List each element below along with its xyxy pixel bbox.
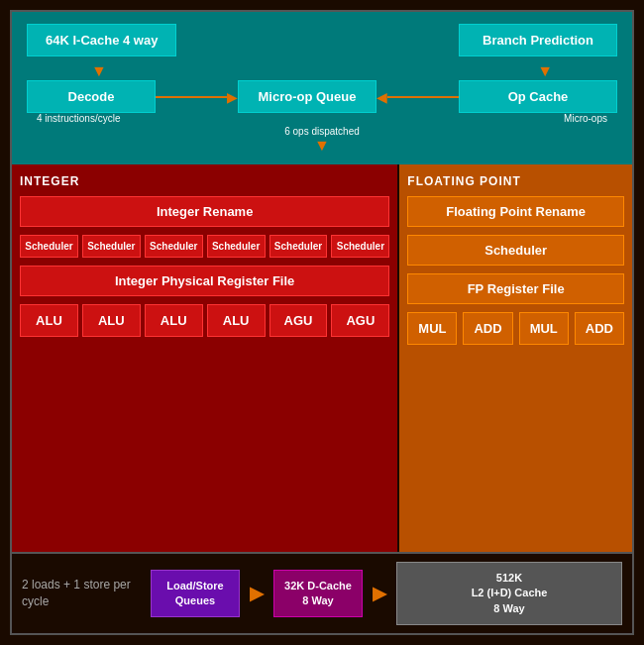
fp-add-1: ADD <box>463 312 512 345</box>
label-microops: Micro-ops <box>564 113 607 124</box>
alu-2: ALU <box>82 304 141 337</box>
bottom-section: 2 loads + 1 store per cycle Load/StoreQu… <box>12 552 632 633</box>
top-row2: Decode ▶ Micro-op Queue ◀ Op Cache <box>27 80 617 113</box>
decode-box: Decode <box>27 80 156 113</box>
integer-section: INTEGER Integer Rename Scheduler Schedul… <box>12 164 399 552</box>
fp-mul-2: MUL <box>519 312 569 345</box>
fp-mul-1: MUL <box>407 312 457 345</box>
agu-2: AGU <box>331 304 389 337</box>
scheduler-6: Scheduler <box>331 235 389 258</box>
arrow-loadstore-dcache: ▶ <box>250 583 264 604</box>
main-container: 64K I-Cache 4 way Branch Prediction ▼ ▼ … <box>10 10 634 635</box>
scheduler-4: Scheduler <box>207 235 266 258</box>
fp-add-2: ADD <box>575 312 624 345</box>
arrow-branch-down: ▼ <box>537 62 553 80</box>
arrow-dcache-l2: ▶ <box>373 583 386 604</box>
scheduler-3: Scheduler <box>145 235 203 258</box>
l2cache-box: 512KL2 (I+D) Cache8 Way <box>396 562 622 625</box>
alu-1: ALU <box>20 304 78 337</box>
arrow-right-decode: ▶ <box>227 89 238 105</box>
arrow-icache-down: ▼ <box>91 62 107 80</box>
arrow-microop-down: ▼ <box>314 137 330 155</box>
int-fp-wrapper: INTEGER Integer Rename Scheduler Schedul… <box>12 164 632 552</box>
integer-regfile-box: Integer Physical Register File <box>20 266 389 296</box>
arrow-row-a: ▼ ▼ <box>27 62 617 80</box>
top-section: 64K I-Cache 4 way Branch Prediction ▼ ▼ … <box>12 12 632 164</box>
alu-3: ALU <box>145 304 203 337</box>
microop-below: 6 ops dispatched ▼ <box>27 126 617 155</box>
alu-row: ALU ALU ALU ALU AGU AGU <box>20 304 389 337</box>
integer-label: INTEGER <box>20 174 389 188</box>
icache-box: 64K I-Cache 4 way <box>27 24 176 56</box>
dcache-box: 32K D-Cache8 Way <box>273 570 363 618</box>
loads-label: 2 loads + 1 store per cycle <box>22 577 141 610</box>
label-dispatched: 6 ops dispatched <box>284 126 360 137</box>
fp-rename-box: Floating Point Rename <box>407 196 624 227</box>
scheduler-5: Scheduler <box>269 235 328 258</box>
arrow-left-opcache: ◀ <box>376 89 387 105</box>
microopqueue-box: Micro-op Queue <box>238 80 376 113</box>
scheduler-2: Scheduler <box>82 235 141 258</box>
opcache-box: Op Cache <box>459 80 617 113</box>
h-line-decode <box>156 96 227 98</box>
agu-1: AGU <box>269 304 328 337</box>
h-line-opcache <box>387 96 459 98</box>
labels-row: 4 instructions/cycle Micro-ops <box>27 113 617 124</box>
top-row1: 64K I-Cache 4 way Branch Prediction <box>27 24 617 56</box>
fp-scheduler-box: Scheduler <box>407 235 624 266</box>
fp-regfile-box: FP Register File <box>407 273 624 304</box>
fp-label: FLOATING POINT <box>407 174 624 188</box>
branch-box: Branch Prediction <box>459 24 617 56</box>
schedulers-row: Scheduler Scheduler Scheduler Scheduler … <box>20 235 389 258</box>
alu-4: ALU <box>207 304 266 337</box>
fp-section: FLOATING POINT Floating Point Rename Sch… <box>399 164 632 552</box>
integer-rename-box: Integer Rename <box>20 196 389 227</box>
fp-units-row: MUL ADD MUL ADD <box>407 312 624 345</box>
scheduler-1: Scheduler <box>20 235 78 258</box>
label-instructions: 4 instructions/cycle <box>37 113 120 124</box>
loadstore-box: Load/StoreQueues <box>151 570 240 618</box>
